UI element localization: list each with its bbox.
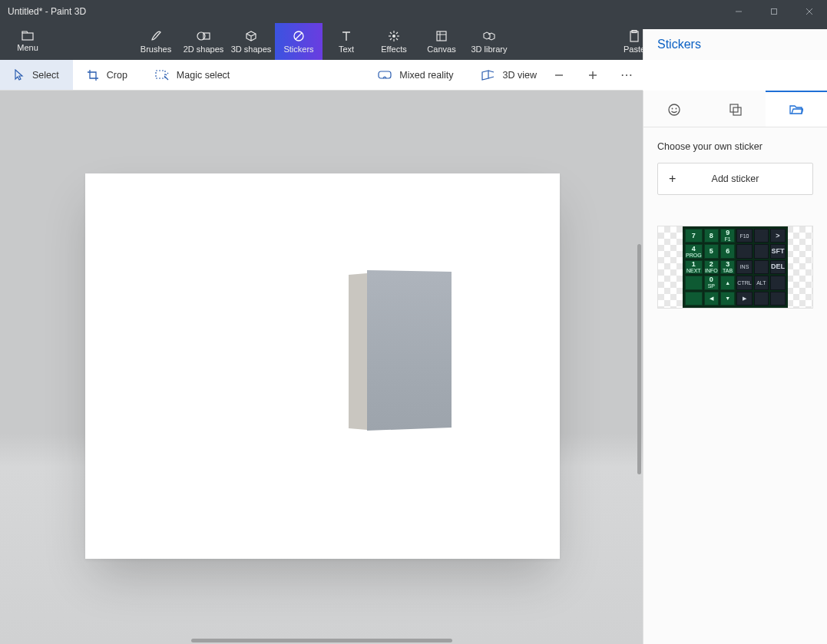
- window-close-button[interactable]: [792, 0, 827, 23]
- effects-icon: [388, 29, 400, 43]
- svg-rect-18: [437, 31, 446, 41]
- texture-icon: [729, 103, 743, 117]
- sticker-tab-custom[interactable]: [766, 91, 827, 127]
- title-bar: Untitled* - Paint 3D: [0, 0, 827, 23]
- svg-line-16: [396, 32, 398, 34]
- plus-icon: +: [669, 172, 676, 186]
- 3d-view-icon: [481, 70, 495, 81]
- canvas-icon: [435, 29, 448, 43]
- tool-2d-shapes[interactable]: 2D shapes: [180, 23, 227, 60]
- sticker-icon: [293, 29, 305, 43]
- tool-text[interactable]: Text: [323, 23, 370, 60]
- sticker-tab-shapes[interactable]: [643, 91, 705, 127]
- crop-icon: [87, 69, 99, 81]
- svg-point-9: [392, 35, 395, 38]
- cube-icon: [245, 29, 257, 43]
- window-title: Untitled* - Paint 3D: [8, 6, 86, 17]
- window-minimize-button[interactable]: [721, 0, 756, 23]
- sticker-image: 789F1F10>4PROG56SFT1NEXT2INFO3TABINSDEL0…: [683, 226, 788, 308]
- mixed-reality-button[interactable]: Mixed reality: [364, 60, 467, 90]
- cursor-icon: [14, 69, 25, 81]
- menu-button[interactable]: Menu: [0, 23, 55, 60]
- brush-icon: [150, 29, 162, 43]
- svg-line-14: [390, 32, 392, 34]
- panel-title: Stickers: [643, 29, 827, 60]
- mixed-reality-icon: [378, 71, 392, 80]
- svg-point-29: [669, 104, 680, 115]
- tool-brushes[interactable]: Brushes: [132, 23, 180, 60]
- select-button[interactable]: Select: [0, 60, 73, 90]
- svg-rect-4: [22, 33, 33, 40]
- svg-rect-25: [379, 71, 391, 78]
- zoom-in-button[interactable]: [584, 67, 601, 84]
- zoom-out-button[interactable]: [551, 67, 567, 84]
- vertical-scrollbar[interactable]: [637, 244, 641, 474]
- tool-effects[interactable]: Effects: [370, 23, 418, 60]
- svg-rect-1: [772, 9, 777, 15]
- menu-label: Menu: [17, 43, 38, 52]
- sub-toolbar: Select Crop Magic select Mixed reality 3…: [0, 60, 643, 91]
- canvas-page[interactable]: [85, 173, 560, 559]
- svg-rect-24: [156, 71, 165, 78]
- folder-icon: [22, 31, 34, 41]
- paste-icon: [629, 29, 640, 43]
- svg-line-15: [396, 38, 398, 40]
- magic-select-icon: [155, 70, 169, 81]
- svg-line-8: [296, 33, 302, 39]
- text-icon: [341, 29, 352, 43]
- 3d-view-button[interactable]: 3D view: [468, 60, 551, 90]
- side-panel: Choose your own sticker + Add sticker 78…: [643, 91, 827, 644]
- magic-select-button[interactable]: Magic select: [141, 60, 243, 90]
- tool-stickers[interactable]: Stickers: [275, 23, 323, 60]
- svg-rect-32: [730, 104, 738, 112]
- add-sticker-button[interactable]: + Add sticker: [657, 163, 813, 195]
- svg-point-30: [671, 107, 673, 109]
- sticker-tab-textures[interactable]: [705, 91, 766, 127]
- canvas-viewport[interactable]: [0, 91, 643, 644]
- smiley-icon: [667, 103, 681, 117]
- window-maximize-button[interactable]: [756, 0, 792, 23]
- folder-open-icon: [789, 104, 803, 116]
- add-sticker-label: Add sticker: [712, 173, 759, 184]
- choose-sticker-label: Choose your own sticker: [657, 141, 813, 152]
- custom-sticker-thumbnail[interactable]: 789F1F10>4PROG56SFT1NEXT2INFO3TABINSDEL0…: [657, 226, 813, 309]
- crop-button[interactable]: Crop: [73, 60, 141, 90]
- more-options-button[interactable]: [618, 67, 635, 84]
- svg-line-17: [390, 38, 392, 40]
- tool-3d-library[interactable]: 3D library: [465, 23, 513, 60]
- svg-rect-33: [733, 107, 741, 115]
- svg-point-31: [675, 107, 676, 109]
- canvas-3d-object[interactable]: [349, 270, 448, 431]
- tool-3d-shapes[interactable]: 3D shapes: [227, 23, 275, 60]
- horizontal-scrollbar[interactable]: [191, 639, 452, 642]
- tool-canvas[interactable]: Canvas: [418, 23, 465, 60]
- shapes-2d-icon: [197, 29, 210, 43]
- library-icon: [482, 29, 496, 43]
